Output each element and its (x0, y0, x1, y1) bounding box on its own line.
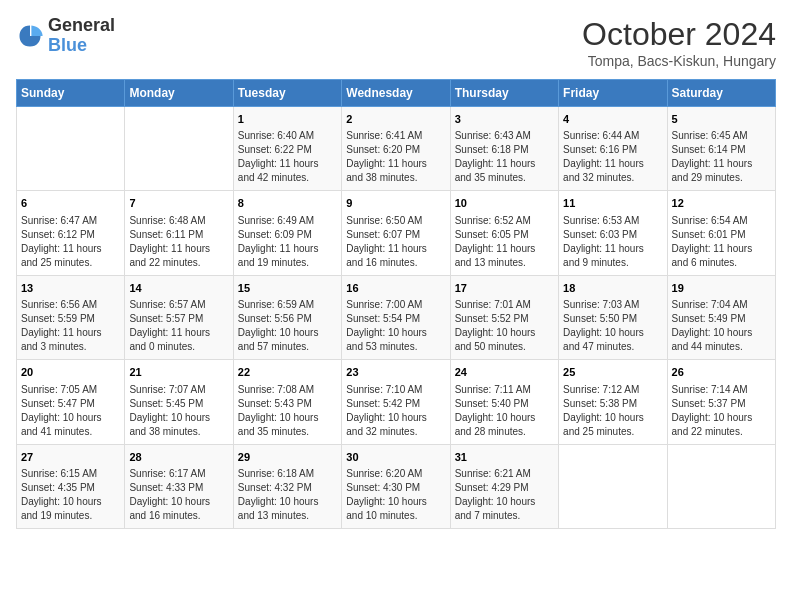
page-header: General Blue October 2024 Tompa, Bacs-Ki… (16, 16, 776, 69)
calendar-cell: 3Sunrise: 6:43 AMSunset: 6:18 PMDaylight… (450, 107, 558, 191)
cell-content: Sunrise: 7:00 AMSunset: 5:54 PMDaylight:… (346, 298, 445, 354)
cell-content: Sunrise: 6:45 AMSunset: 6:14 PMDaylight:… (672, 129, 771, 185)
calendar-cell: 7Sunrise: 6:48 AMSunset: 6:11 PMDaylight… (125, 191, 233, 275)
calendar-week-row: 1Sunrise: 6:40 AMSunset: 6:22 PMDaylight… (17, 107, 776, 191)
calendar-cell: 15Sunrise: 6:59 AMSunset: 5:56 PMDayligh… (233, 275, 341, 359)
day-number: 11 (563, 196, 662, 211)
day-number: 23 (346, 365, 445, 380)
day-number: 10 (455, 196, 554, 211)
cell-content: Sunrise: 6:59 AMSunset: 5:56 PMDaylight:… (238, 298, 337, 354)
cell-content: Sunrise: 6:53 AMSunset: 6:03 PMDaylight:… (563, 214, 662, 270)
cell-content: Sunrise: 7:03 AMSunset: 5:50 PMDaylight:… (563, 298, 662, 354)
cell-content: Sunrise: 7:04 AMSunset: 5:49 PMDaylight:… (672, 298, 771, 354)
cell-content: Sunrise: 7:14 AMSunset: 5:37 PMDaylight:… (672, 383, 771, 439)
day-number: 26 (672, 365, 771, 380)
cell-content: Sunrise: 7:10 AMSunset: 5:42 PMDaylight:… (346, 383, 445, 439)
day-number: 7 (129, 196, 228, 211)
day-number: 31 (455, 450, 554, 465)
calendar-cell: 4Sunrise: 6:44 AMSunset: 6:16 PMDaylight… (559, 107, 667, 191)
cell-content: Sunrise: 6:47 AMSunset: 6:12 PMDaylight:… (21, 214, 120, 270)
calendar-cell (17, 107, 125, 191)
day-number: 3 (455, 112, 554, 127)
calendar-cell (667, 444, 775, 528)
calendar-cell: 22Sunrise: 7:08 AMSunset: 5:43 PMDayligh… (233, 360, 341, 444)
calendar-cell (125, 107, 233, 191)
logo: General Blue (16, 16, 115, 56)
calendar-cell: 24Sunrise: 7:11 AMSunset: 5:40 PMDayligh… (450, 360, 558, 444)
col-wednesday: Wednesday (342, 80, 450, 107)
cell-content: Sunrise: 6:57 AMSunset: 5:57 PMDaylight:… (129, 298, 228, 354)
calendar-week-row: 20Sunrise: 7:05 AMSunset: 5:47 PMDayligh… (17, 360, 776, 444)
day-number: 1 (238, 112, 337, 127)
calendar-week-row: 27Sunrise: 6:15 AMSunset: 4:35 PMDayligh… (17, 444, 776, 528)
cell-content: Sunrise: 6:21 AMSunset: 4:29 PMDaylight:… (455, 467, 554, 523)
day-number: 15 (238, 281, 337, 296)
day-number: 24 (455, 365, 554, 380)
day-number: 2 (346, 112, 445, 127)
cell-content: Sunrise: 6:20 AMSunset: 4:30 PMDaylight:… (346, 467, 445, 523)
cell-content: Sunrise: 6:48 AMSunset: 6:11 PMDaylight:… (129, 214, 228, 270)
cell-content: Sunrise: 6:50 AMSunset: 6:07 PMDaylight:… (346, 214, 445, 270)
title-block: October 2024 Tompa, Bacs-Kiskun, Hungary (582, 16, 776, 69)
day-number: 17 (455, 281, 554, 296)
calendar-week-row: 6Sunrise: 6:47 AMSunset: 6:12 PMDaylight… (17, 191, 776, 275)
col-monday: Monday (125, 80, 233, 107)
calendar-cell: 20Sunrise: 7:05 AMSunset: 5:47 PMDayligh… (17, 360, 125, 444)
cell-content: Sunrise: 6:54 AMSunset: 6:01 PMDaylight:… (672, 214, 771, 270)
calendar-location: Tompa, Bacs-Kiskun, Hungary (582, 53, 776, 69)
day-number: 21 (129, 365, 228, 380)
day-number: 8 (238, 196, 337, 211)
calendar-cell: 13Sunrise: 6:56 AMSunset: 5:59 PMDayligh… (17, 275, 125, 359)
day-number: 4 (563, 112, 662, 127)
calendar-cell: 23Sunrise: 7:10 AMSunset: 5:42 PMDayligh… (342, 360, 450, 444)
cell-content: Sunrise: 7:01 AMSunset: 5:52 PMDaylight:… (455, 298, 554, 354)
col-tuesday: Tuesday (233, 80, 341, 107)
logo-general: General (48, 16, 115, 36)
calendar-cell: 19Sunrise: 7:04 AMSunset: 5:49 PMDayligh… (667, 275, 775, 359)
day-number: 19 (672, 281, 771, 296)
calendar-cell: 6Sunrise: 6:47 AMSunset: 6:12 PMDaylight… (17, 191, 125, 275)
calendar-title: October 2024 (582, 16, 776, 53)
cell-content: Sunrise: 6:52 AMSunset: 6:05 PMDaylight:… (455, 214, 554, 270)
calendar-cell: 5Sunrise: 6:45 AMSunset: 6:14 PMDaylight… (667, 107, 775, 191)
col-thursday: Thursday (450, 80, 558, 107)
cell-content: Sunrise: 6:18 AMSunset: 4:32 PMDaylight:… (238, 467, 337, 523)
day-number: 30 (346, 450, 445, 465)
cell-content: Sunrise: 6:44 AMSunset: 6:16 PMDaylight:… (563, 129, 662, 185)
day-number: 14 (129, 281, 228, 296)
calendar-header-row: Sunday Monday Tuesday Wednesday Thursday… (17, 80, 776, 107)
calendar-cell: 27Sunrise: 6:15 AMSunset: 4:35 PMDayligh… (17, 444, 125, 528)
calendar-cell: 26Sunrise: 7:14 AMSunset: 5:37 PMDayligh… (667, 360, 775, 444)
cell-content: Sunrise: 6:17 AMSunset: 4:33 PMDaylight:… (129, 467, 228, 523)
day-number: 9 (346, 196, 445, 211)
cell-content: Sunrise: 7:11 AMSunset: 5:40 PMDaylight:… (455, 383, 554, 439)
calendar-cell (559, 444, 667, 528)
day-number: 13 (21, 281, 120, 296)
cell-content: Sunrise: 7:05 AMSunset: 5:47 PMDaylight:… (21, 383, 120, 439)
day-number: 12 (672, 196, 771, 211)
col-sunday: Sunday (17, 80, 125, 107)
col-saturday: Saturday (667, 80, 775, 107)
day-number: 6 (21, 196, 120, 211)
calendar-week-row: 13Sunrise: 6:56 AMSunset: 5:59 PMDayligh… (17, 275, 776, 359)
day-number: 22 (238, 365, 337, 380)
calendar-cell: 12Sunrise: 6:54 AMSunset: 6:01 PMDayligh… (667, 191, 775, 275)
calendar-cell: 16Sunrise: 7:00 AMSunset: 5:54 PMDayligh… (342, 275, 450, 359)
day-number: 5 (672, 112, 771, 127)
cell-content: Sunrise: 6:56 AMSunset: 5:59 PMDaylight:… (21, 298, 120, 354)
calendar-cell: 8Sunrise: 6:49 AMSunset: 6:09 PMDaylight… (233, 191, 341, 275)
calendar-cell: 30Sunrise: 6:20 AMSunset: 4:30 PMDayligh… (342, 444, 450, 528)
cell-content: Sunrise: 7:12 AMSunset: 5:38 PMDaylight:… (563, 383, 662, 439)
calendar-cell: 21Sunrise: 7:07 AMSunset: 5:45 PMDayligh… (125, 360, 233, 444)
cell-content: Sunrise: 6:40 AMSunset: 6:22 PMDaylight:… (238, 129, 337, 185)
day-number: 27 (21, 450, 120, 465)
calendar-table: Sunday Monday Tuesday Wednesday Thursday… (16, 79, 776, 529)
logo-icon (16, 22, 44, 50)
day-number: 20 (21, 365, 120, 380)
calendar-cell: 11Sunrise: 6:53 AMSunset: 6:03 PMDayligh… (559, 191, 667, 275)
day-number: 28 (129, 450, 228, 465)
calendar-cell: 2Sunrise: 6:41 AMSunset: 6:20 PMDaylight… (342, 107, 450, 191)
cell-content: Sunrise: 6:49 AMSunset: 6:09 PMDaylight:… (238, 214, 337, 270)
cell-content: Sunrise: 6:43 AMSunset: 6:18 PMDaylight:… (455, 129, 554, 185)
calendar-cell: 18Sunrise: 7:03 AMSunset: 5:50 PMDayligh… (559, 275, 667, 359)
